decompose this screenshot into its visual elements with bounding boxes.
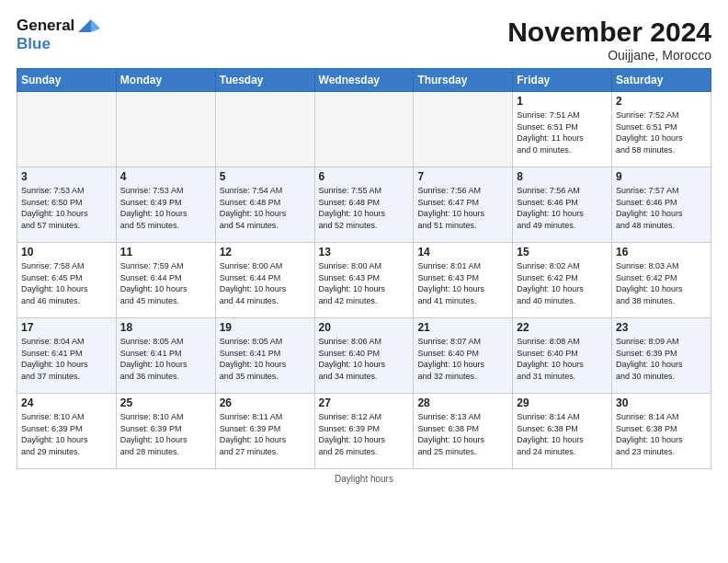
day-number: 14 (417, 246, 508, 259)
calendar-cell: 13Sunrise: 8:00 AM Sunset: 6:43 PM Dayli… (314, 243, 414, 318)
logo-text: General Blue (17, 17, 74, 52)
day-info: Sunrise: 7:53 AM Sunset: 6:49 PM Dayligh… (120, 185, 211, 231)
day-number: 19 (220, 321, 311, 334)
day-number: 2 (616, 95, 707, 108)
day-number: 20 (319, 321, 410, 334)
calendar-cell: 5Sunrise: 7:54 AM Sunset: 6:48 PM Daylig… (215, 167, 314, 243)
calendar-cell: 22Sunrise: 8:08 AM Sunset: 6:40 PM Dayli… (513, 318, 612, 394)
day-number: 27 (319, 396, 410, 409)
day-info: Sunrise: 8:05 AM Sunset: 6:41 PM Dayligh… (120, 336, 211, 382)
calendar-cell: 23Sunrise: 8:09 AM Sunset: 6:39 PM Dayli… (612, 318, 711, 394)
day-number: 25 (120, 396, 211, 409)
day-info: Sunrise: 7:59 AM Sunset: 6:44 PM Dayligh… (120, 260, 211, 306)
calendar-cell: 6Sunrise: 7:55 AM Sunset: 6:48 PM Daylig… (314, 167, 414, 243)
day-info: Sunrise: 8:10 AM Sunset: 6:39 PM Dayligh… (21, 411, 112, 457)
day-info: Sunrise: 8:08 AM Sunset: 6:40 PM Dayligh… (517, 336, 608, 382)
month-title: November 2024 (507, 17, 711, 48)
calendar-cell (314, 92, 414, 167)
day-number: 4 (120, 170, 211, 183)
day-number: 15 (517, 246, 608, 259)
day-info: Sunrise: 8:13 AM Sunset: 6:38 PM Dayligh… (417, 411, 508, 457)
calendar-cell: 25Sunrise: 8:10 AM Sunset: 6:39 PM Dayli… (116, 394, 215, 469)
calendar-cell: 7Sunrise: 7:56 AM Sunset: 6:47 PM Daylig… (414, 167, 513, 243)
calendar-cell (215, 92, 314, 167)
calendar-cell: 21Sunrise: 8:07 AM Sunset: 6:40 PM Dayli… (414, 318, 513, 394)
col-saturday: Saturday (612, 69, 711, 92)
logo-bird-icon (78, 19, 100, 45)
day-info: Sunrise: 8:14 AM Sunset: 6:38 PM Dayligh… (616, 411, 707, 457)
col-sunday: Sunday (17, 69, 117, 92)
day-number: 21 (417, 321, 508, 334)
col-monday: Monday (116, 69, 215, 92)
day-number: 24 (21, 396, 112, 409)
day-info: Sunrise: 7:56 AM Sunset: 6:46 PM Dayligh… (517, 185, 608, 231)
calendar-week-1: 1Sunrise: 7:51 AM Sunset: 6:51 PM Daylig… (17, 92, 711, 167)
calendar-week-3: 10Sunrise: 7:58 AM Sunset: 6:45 PM Dayli… (17, 243, 711, 318)
day-number: 3 (21, 170, 112, 183)
calendar-cell: 16Sunrise: 8:03 AM Sunset: 6:42 PM Dayli… (612, 243, 711, 318)
day-info: Sunrise: 7:52 AM Sunset: 6:51 PM Dayligh… (616, 109, 707, 155)
day-number: 8 (517, 170, 608, 183)
day-info: Sunrise: 7:56 AM Sunset: 6:47 PM Dayligh… (417, 185, 508, 231)
calendar-cell: 11Sunrise: 7:59 AM Sunset: 6:44 PM Dayli… (116, 243, 215, 318)
calendar-cell: 24Sunrise: 8:10 AM Sunset: 6:39 PM Dayli… (17, 394, 117, 469)
subtitle: Ouijjane, Morocco (507, 48, 711, 63)
calendar-cell: 8Sunrise: 7:56 AM Sunset: 6:46 PM Daylig… (513, 167, 612, 243)
calendar-cell: 28Sunrise: 8:13 AM Sunset: 6:38 PM Dayli… (414, 394, 513, 469)
day-info: Sunrise: 8:02 AM Sunset: 6:42 PM Dayligh… (517, 260, 608, 306)
day-number: 11 (120, 246, 211, 259)
header: General Blue November 2024 Ouijjane, Mor… (17, 17, 711, 63)
day-number: 29 (517, 396, 608, 409)
calendar-cell: 12Sunrise: 8:00 AM Sunset: 6:44 PM Dayli… (215, 243, 314, 318)
calendar-cell: 4Sunrise: 7:53 AM Sunset: 6:49 PM Daylig… (116, 167, 215, 243)
day-number: 10 (21, 246, 112, 259)
day-number: 6 (319, 170, 410, 183)
day-number: 22 (517, 321, 608, 334)
calendar-cell: 15Sunrise: 8:02 AM Sunset: 6:42 PM Dayli… (513, 243, 612, 318)
day-info: Sunrise: 8:01 AM Sunset: 6:43 PM Dayligh… (417, 260, 508, 306)
day-info: Sunrise: 8:03 AM Sunset: 6:42 PM Dayligh… (616, 260, 707, 306)
calendar-cell (116, 92, 215, 167)
day-number: 26 (220, 396, 311, 409)
calendar-cell: 26Sunrise: 8:11 AM Sunset: 6:39 PM Dayli… (215, 394, 314, 469)
day-info: Sunrise: 8:07 AM Sunset: 6:40 PM Dayligh… (417, 336, 508, 382)
day-info: Sunrise: 8:12 AM Sunset: 6:39 PM Dayligh… (319, 411, 410, 457)
calendar-cell (17, 92, 117, 167)
calendar-header-row: Sunday Monday Tuesday Wednesday Thursday… (17, 69, 711, 92)
col-tuesday: Tuesday (215, 69, 314, 92)
calendar-week-5: 24Sunrise: 8:10 AM Sunset: 6:39 PM Dayli… (17, 394, 711, 469)
calendar-cell (414, 92, 513, 167)
day-number: 30 (616, 396, 707, 409)
day-number: 5 (220, 170, 311, 183)
svg-marker-1 (91, 19, 100, 32)
col-thursday: Thursday (414, 69, 513, 92)
calendar-cell: 29Sunrise: 8:14 AM Sunset: 6:38 PM Dayli… (513, 394, 612, 469)
logo-container: General Blue (17, 17, 100, 52)
day-number: 23 (616, 321, 707, 334)
svg-marker-0 (78, 19, 91, 32)
calendar-cell: 20Sunrise: 8:06 AM Sunset: 6:40 PM Dayli… (314, 318, 414, 394)
day-number: 16 (616, 246, 707, 259)
col-wednesday: Wednesday (314, 69, 414, 92)
calendar-cell: 30Sunrise: 8:14 AM Sunset: 6:38 PM Dayli… (612, 394, 711, 469)
day-info: Sunrise: 7:53 AM Sunset: 6:50 PM Dayligh… (21, 185, 112, 231)
day-number: 7 (417, 170, 508, 183)
calendar-cell: 3Sunrise: 7:53 AM Sunset: 6:50 PM Daylig… (17, 167, 117, 243)
day-info: Sunrise: 7:54 AM Sunset: 6:48 PM Dayligh… (220, 185, 311, 231)
day-number: 28 (417, 396, 508, 409)
day-info: Sunrise: 8:06 AM Sunset: 6:40 PM Dayligh… (319, 336, 410, 382)
day-info: Sunrise: 7:57 AM Sunset: 6:46 PM Dayligh… (616, 185, 707, 231)
calendar-cell: 2Sunrise: 7:52 AM Sunset: 6:51 PM Daylig… (612, 92, 711, 167)
day-info: Sunrise: 8:00 AM Sunset: 6:43 PM Dayligh… (319, 260, 410, 306)
day-info: Sunrise: 8:05 AM Sunset: 6:41 PM Dayligh… (220, 336, 311, 382)
col-friday: Friday (513, 69, 612, 92)
calendar-week-4: 17Sunrise: 8:04 AM Sunset: 6:41 PM Dayli… (17, 318, 711, 394)
footer: Daylight hours (17, 474, 711, 484)
calendar-cell: 27Sunrise: 8:12 AM Sunset: 6:39 PM Dayli… (314, 394, 414, 469)
calendar-cell: 19Sunrise: 8:05 AM Sunset: 6:41 PM Dayli… (215, 318, 314, 394)
page: General Blue November 2024 Ouijjane, Mor… (0, 0, 728, 563)
day-number: 18 (120, 321, 211, 334)
day-info: Sunrise: 7:51 AM Sunset: 6:51 PM Dayligh… (517, 109, 608, 155)
day-info: Sunrise: 8:10 AM Sunset: 6:39 PM Dayligh… (120, 411, 211, 457)
title-block: November 2024 Ouijjane, Morocco (507, 17, 711, 63)
